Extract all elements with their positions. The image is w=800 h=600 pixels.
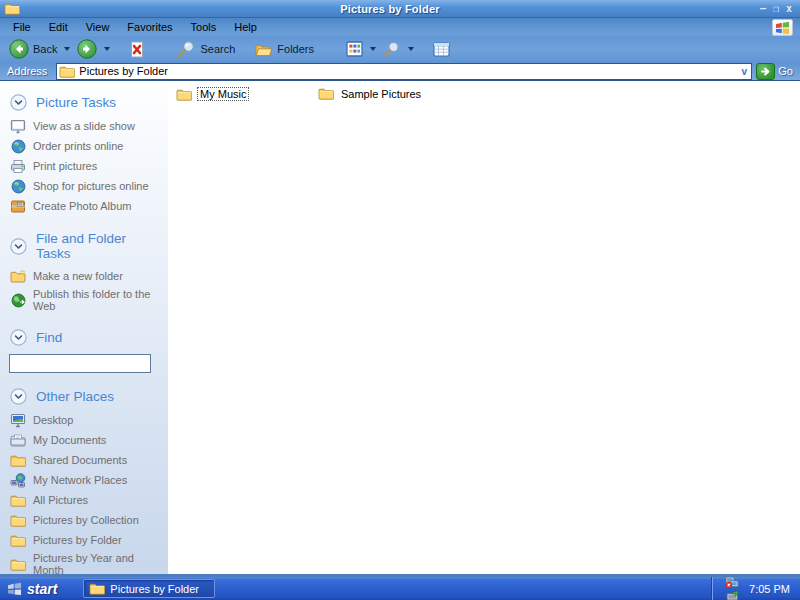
task-link-label: All Pictures (33, 494, 88, 506)
restore-button[interactable]: ❐ (773, 4, 779, 14)
forward-icon (77, 39, 97, 59)
file-item-label: My Music (197, 87, 249, 101)
task-link-all-pictures[interactable]: All Pictures (0, 490, 168, 510)
menu-help[interactable]: Help (225, 19, 266, 35)
desktop-icon (10, 412, 26, 428)
details-view-button[interactable] (430, 40, 453, 59)
back-dropdown-arrow[interactable] (64, 47, 70, 51)
explorer-window: Pictures by Folder – ❐ x FileEditViewFav… (0, 0, 800, 600)
go-button[interactable] (756, 63, 775, 80)
menu-edit[interactable]: Edit (40, 19, 77, 35)
task-link-pictures-by-collection[interactable]: Pictures by Collection (0, 510, 168, 530)
section-file-and-folder-tasks: File and Folder TasksMake a new folderPu… (0, 228, 168, 314)
address-combobox[interactable]: Pictures by Folder v (56, 63, 752, 80)
search-button[interactable]: Search (174, 38, 238, 60)
section-header[interactable]: Find (0, 326, 168, 351)
clock[interactable]: 7:05 PM (745, 583, 790, 595)
search-icon (177, 40, 196, 58)
globe-icon (10, 138, 26, 154)
zoom-button[interactable] (380, 39, 404, 60)
system-tray: 7:05 PM (712, 577, 800, 600)
zoom-dropdown-arrow[interactable] (408, 47, 414, 51)
task-link-label: Pictures by Year and Month (33, 552, 164, 574)
address-dropdown-icon[interactable]: v (737, 66, 751, 77)
task-link-print-pictures[interactable]: Print pictures (0, 156, 168, 176)
minimize-button[interactable]: – (760, 4, 766, 14)
window-title: Pictures by Folder (20, 3, 760, 15)
task-link-label: Create Photo Album (33, 200, 131, 212)
task-link-label: Publish this folder to the Web (33, 288, 164, 312)
find-input[interactable] (9, 354, 151, 373)
task-link-my-network-places[interactable]: My Network Places (0, 470, 168, 490)
views-dropdown-arrow[interactable] (370, 47, 376, 51)
forward-button[interactable] (74, 37, 100, 61)
network-status-icon[interactable] (725, 575, 740, 589)
task-link-pictures-by-year-and-month[interactable]: Pictures by Year and Month (0, 550, 168, 574)
task-link-make-a-new-folder[interactable]: Make a new folder (0, 266, 168, 286)
folder-content-area[interactable]: My MusicSample Pictures (168, 81, 800, 574)
task-link-create-photo-album[interactable]: Create Photo Album (0, 196, 168, 216)
task-link-publish-this-folder-to-the-web[interactable]: Publish this folder to the Web (0, 286, 168, 314)
start-button[interactable]: start (0, 577, 69, 600)
my-documents-icon (10, 432, 26, 448)
section-title: Picture Tasks (36, 95, 116, 110)
task-link-label: Shared Documents (33, 454, 127, 466)
title-bar: Pictures by Folder – ❐ x (0, 0, 800, 17)
taskbar-task-pictures-by-folder[interactable]: Pictures by Folder (83, 579, 215, 598)
section-header[interactable]: Picture Tasks (0, 91, 168, 116)
photo-album-icon (10, 198, 26, 214)
section-picture-tasks: Picture TasksView as a slide showOrder p… (0, 91, 168, 216)
file-item-my-music[interactable]: My Music (176, 87, 318, 101)
search-label: Search (200, 43, 235, 55)
task-link-view-as-a-slide-show[interactable]: View as a slide show (0, 116, 168, 136)
safely-remove-hardware-icon[interactable] (725, 589, 740, 600)
task-link-order-prints-online[interactable]: Order prints online (0, 136, 168, 156)
file-item-sample-pictures[interactable]: Sample Pictures (318, 87, 423, 100)
task-link-shared-documents[interactable]: Shared Documents (0, 450, 168, 470)
forward-dropdown-arrow[interactable] (104, 47, 110, 51)
stop-button[interactable] (126, 39, 148, 60)
slideshow-icon (10, 118, 26, 134)
section-title: Other Places (36, 389, 114, 404)
task-link-label: Shop for pictures online (33, 180, 149, 192)
section-header[interactable]: Other Places (0, 385, 168, 410)
chevron-circle-icon (10, 388, 27, 405)
network-icon (10, 472, 26, 488)
printer-icon (10, 158, 26, 174)
folders-label: Folders (277, 43, 314, 55)
section-find: Find (0, 326, 168, 373)
taskbar: start Pictures by Folder 7:05 PM (0, 577, 800, 600)
windows-flag-icon (775, 21, 790, 35)
menu-file[interactable]: File (4, 19, 40, 35)
menu-view[interactable]: View (77, 19, 119, 35)
windows-flag-icon (7, 582, 22, 596)
stop-document-icon (129, 41, 145, 58)
task-link-pictures-by-folder[interactable]: Pictures by Folder (0, 530, 168, 550)
folder-icon (176, 88, 192, 101)
menu-tools[interactable]: Tools (182, 19, 226, 35)
views-button[interactable] (343, 39, 366, 59)
section-title: File and Folder Tasks (36, 231, 160, 261)
go-arrow-icon (759, 65, 772, 78)
task-link-label: Desktop (33, 414, 73, 426)
menu-favorites[interactable]: Favorites (118, 19, 181, 35)
task-link-shop-for-pictures-online[interactable]: Shop for pictures online (0, 176, 168, 196)
menu-bar: FileEditViewFavoritesToolsHelp (0, 17, 800, 36)
taskbar-task-label: Pictures by Folder (110, 583, 199, 595)
new-folder-icon (10, 268, 26, 284)
close-button[interactable]: x (786, 4, 792, 14)
section-header[interactable]: File and Folder Tasks (0, 228, 168, 266)
task-link-label: Pictures by Folder (33, 534, 122, 546)
start-label: start (27, 581, 57, 597)
details-view-icon (433, 42, 450, 57)
task-link-label: Order prints online (33, 140, 124, 152)
task-link-label: View as a slide show (33, 120, 135, 132)
task-pane-sidebar: Picture TasksView as a slide showOrder p… (0, 81, 168, 574)
task-link-my-documents[interactable]: My Documents (0, 430, 168, 450)
shared-folder-icon (10, 452, 26, 468)
task-link-desktop[interactable]: Desktop (0, 410, 168, 430)
folders-button[interactable]: Folders (252, 40, 317, 59)
back-button[interactable]: Back (6, 37, 60, 61)
toolbar: Back Search Folders (0, 36, 800, 62)
section-other-places: Other PlacesDesktopMy DocumentsShared Do… (0, 385, 168, 574)
